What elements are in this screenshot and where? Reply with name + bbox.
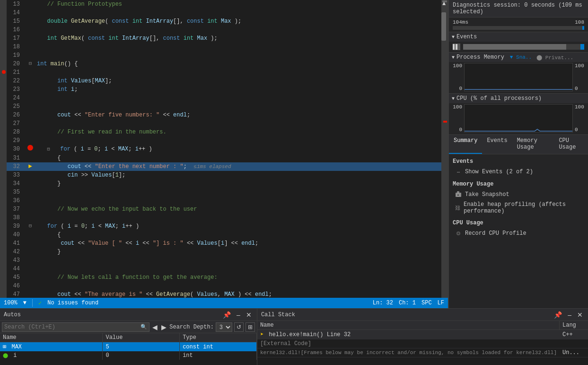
autos-close-button[interactable]: ✕ — [245, 311, 253, 319]
status-bar: 100% ▼ ✓ No issues found Ln: 32 Ch: 1 SP… — [0, 298, 448, 308]
cpu-triangle: ▼ — [452, 96, 455, 101]
diagnostics-header: Diagnostics session: 0 seconds (109 ms s… — [449, 0, 588, 18]
cpu-label: CPU (% of all processors) — [456, 95, 542, 102]
memory-triangle: ▼ — [452, 55, 455, 60]
breakpoint-marker — [443, 121, 447, 123]
depth-select[interactable]: 3 1 2 4 5 — [216, 322, 232, 332]
autos-pin-button[interactable]: 📌 — [221, 311, 232, 319]
code-line-47: 47 cout << "The average is " << GetAvera… — [7, 290, 441, 298]
camera-icon — [455, 191, 462, 198]
autos-pane: Autos 📌 – ✕ 🔍 ◀ ▶ Search Depth: 3 1 2 4 … — [0, 309, 257, 365]
record-icon — [455, 230, 462, 237]
table-row[interactable]: ⬤ i 0 int — [0, 351, 256, 360]
callstack-pin-button[interactable]: 📌 — [553, 311, 563, 319]
search-icon-button[interactable]: 🔍 — [140, 324, 147, 330]
code-line-42: 42 } — [7, 248, 441, 256]
search-box[interactable]: 🔍 — [2, 322, 149, 332]
col-value-header: Value — [103, 333, 180, 342]
autos-toolbar: 🔍 ◀ ▶ Search Depth: 3 1 2 4 5 ↺ ⊞ — [0, 321, 257, 333]
autos-title: Autos — [4, 312, 219, 318]
table-row[interactable]: ⊞ MAX 5 const int — [0, 342, 256, 352]
code-line-37: 37 // Now we echo the input back to the … — [7, 205, 441, 214]
summary-cpu-title: CPU Usage — [453, 220, 584, 226]
autos-header-row: Name Value Type — [0, 333, 256, 342]
memory-labels-left: 100 0 — [452, 63, 462, 91]
callstack-panel-header: Call Stack 📌 – ✕ — [257, 309, 588, 321]
overview-bar — [0, 0, 7, 298]
callstack-close-button[interactable]: ✕ — [576, 311, 584, 319]
i-icon: ⬤ — [3, 353, 8, 358]
autos-table: Name Value Type ⊞ MAX 5 const int — [0, 333, 257, 365]
refresh-button[interactable]: ↺ — [234, 322, 244, 332]
back-button[interactable]: ◀ — [151, 322, 158, 332]
autos-minimize-button[interactable]: – — [235, 311, 242, 319]
code-line-17: 17 int GetMax( const int IntArray[], con… — [7, 34, 441, 43]
take-snapshot-item[interactable]: Take Snapshot — [453, 189, 584, 200]
memory-chart-svg — [465, 63, 572, 91]
code-line-27: 27 — [7, 119, 441, 128]
col-name-header: Name — [0, 333, 103, 342]
code-line-38: 38 — [7, 214, 441, 222]
cs-row[interactable]: kernel32.dll![Frames below may be incorr… — [257, 348, 588, 357]
events-triangle: ▼ — [452, 35, 455, 40]
show-events-item[interactable]: ⋯ Show Events (2 of 2) — [453, 167, 584, 177]
summary-memory-section: Memory Usage Take Snapshot ⛓ Enable heap — [449, 179, 588, 218]
tab-summary[interactable]: Summary — [449, 135, 482, 154]
cpu-chart-bg — [464, 104, 573, 133]
breakpoint-overview — [2, 70, 6, 74]
tab-cpu-usage[interactable]: CPU Usage — [554, 135, 588, 154]
code-line-29: 29 — [7, 136, 441, 145]
timeline-bar[interactable] — [453, 26, 584, 30]
scroll-thumb[interactable] — [441, 12, 446, 41]
private-legend: ⬤ Privat... — [536, 54, 573, 61]
forward-button[interactable]: ▶ — [160, 322, 167, 332]
memory-chart-area — [464, 63, 573, 91]
tab-memory-usage[interactable]: Memory Usage — [512, 135, 554, 154]
collapse-20[interactable]: ⊟ — [29, 60, 32, 68]
cs-row[interactable]: [External Code] — [257, 339, 588, 348]
pause-button[interactable] — [453, 44, 460, 50]
autos-row-name-max: ⊞ MAX — [0, 342, 103, 352]
memory-label: Process Memory — [456, 54, 504, 61]
cpu-chart-svg — [465, 105, 572, 133]
code-line-25: 25 — [7, 102, 441, 111]
code-line-20: 20 ⊟ int main() { — [7, 60, 441, 68]
scroll-up-arrow[interactable]: ▲ — [442, 0, 447, 2]
code-line-32: 32 ► cout << "Enter the next number : ";… — [7, 162, 441, 171]
no-issues-label: No issues found — [47, 300, 98, 306]
snapshots-legend: ▼ Sna.. — [510, 54, 532, 60]
summary-memory-title: Memory Usage — [453, 181, 584, 187]
autos-row-name-i: ⬤ i — [0, 351, 103, 360]
pause-bar-2 — [456, 44, 457, 50]
code-line-26: 26 cout << "Enter five numbers: " << end… — [7, 111, 441, 119]
search-input[interactable] — [4, 324, 139, 330]
code-line-23: 23 int i; — [7, 85, 441, 94]
cs-header-row: Name Lang — [257, 321, 588, 330]
tab-events[interactable]: Events — [482, 135, 512, 154]
heap-profiling-label: Enable heap profiling (affects performan… — [464, 201, 582, 214]
search-depth-label: Search Depth: — [169, 324, 214, 330]
editor-scrollbar[interactable]: ▲ — [441, 0, 448, 298]
cpu-header[interactable]: ▼ CPU (% of all processors) — [449, 94, 588, 103]
memory-header[interactable]: ▼ Process Memory ▼ Sna.. ⬤ Privat... — [449, 53, 588, 62]
summary-events-title: Events — [453, 158, 584, 165]
callstack-minimize-button[interactable]: – — [566, 311, 573, 319]
expand-button[interactable]: ⊞ — [246, 322, 255, 332]
code-line-16: 16 — [7, 26, 441, 34]
main-area: 13 // Function Prototypes 14 15 — [0, 0, 588, 308]
events-header[interactable]: ▼ Events — [449, 32, 588, 42]
heap-profiling-item[interactable]: ⛓ Enable heap profiling (affects perform… — [453, 200, 584, 216]
code-line-19: 19 — [7, 51, 441, 60]
cs-row[interactable]: ➤ hello.exe!main() Line 32 C++ — [257, 330, 588, 339]
events-track[interactable] — [463, 44, 584, 50]
scroll-track[interactable] — [441, 3, 448, 298]
editor-pane: 13 // Function Prototypes 14 15 — [0, 0, 448, 308]
editor-scroll[interactable]: 13 // Function Prototypes 14 15 — [0, 0, 448, 298]
cpu-section: ▼ CPU (% of all processors) 100 0 — [449, 94, 588, 135]
expand-icon-max[interactable]: ⊞ — [3, 344, 6, 350]
record-cpu-item[interactable]: Record CPU Profile — [453, 228, 584, 239]
zoom-dropdown[interactable]: ▼ — [23, 300, 26, 306]
code-line-40: 40 { — [7, 231, 441, 239]
cpu-chart: 100 0 100 0 — [449, 103, 588, 134]
code-line-33: 33 cin >> Values[1]; — [7, 171, 441, 179]
